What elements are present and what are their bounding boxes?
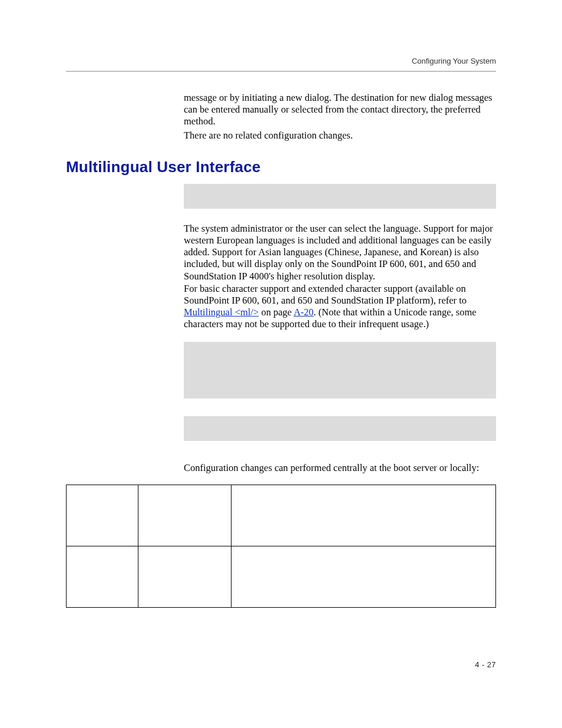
- paragraph-intro-2: There are no related configuration chang…: [184, 130, 496, 141]
- table-cell: [138, 485, 232, 546]
- link-page-a20[interactable]: A-20: [293, 307, 313, 318]
- running-header: Configuring Your System: [412, 57, 496, 65]
- config-table: [66, 485, 496, 608]
- note-box-2: [184, 342, 496, 398]
- paragraph-5: Configuration changes can performed cent…: [184, 462, 496, 474]
- page-number: 4 - 27: [475, 660, 496, 669]
- paragraph-3: The system administrator or the user can…: [184, 223, 496, 282]
- table-row: [67, 485, 496, 546]
- table-cell: [232, 546, 496, 608]
- header-rule: [66, 71, 496, 72]
- note-box-3: [184, 416, 496, 441]
- table-cell: [138, 546, 232, 608]
- paragraph-4: For basic character support and extended…: [184, 283, 496, 331]
- table-row: [67, 546, 496, 608]
- section-heading-multilingual: Multilingual User Interface: [66, 158, 260, 176]
- table-cell: [232, 485, 496, 546]
- page: Configuring Your System message or by in…: [0, 0, 562, 728]
- link-multilingual-ml[interactable]: Multilingual <ml/>: [184, 307, 259, 318]
- paragraph-4-text-before: For basic character support and extended…: [184, 283, 467, 306]
- paragraph-4-text-mid: on page: [259, 307, 293, 318]
- table-cell: [67, 485, 138, 546]
- table-cell: [67, 546, 138, 608]
- paragraph-intro-1: message or by initiating a new dialog. T…: [184, 92, 496, 127]
- note-box-1: [184, 184, 496, 209]
